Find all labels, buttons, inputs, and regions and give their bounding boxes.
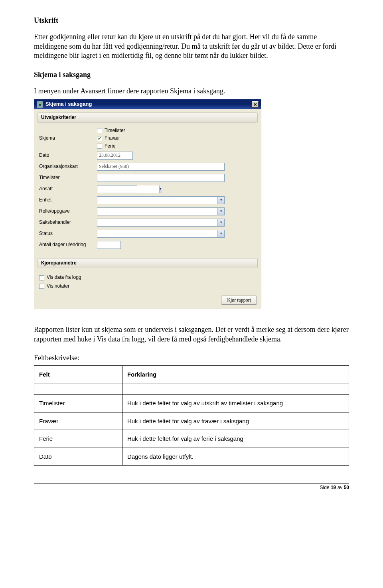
input-antall-dager[interactable] <box>97 241 121 249</box>
combo-ansatt[interactable]: ▾ <box>97 185 137 193</box>
section-kjoreparametre: Kjøreparametre <box>38 258 258 268</box>
cell-forklaring: Huk i dette feltet for valg av fravær i … <box>122 412 349 430</box>
chevron-down-icon[interactable]: ▾ <box>217 219 224 226</box>
checkbox-ferie[interactable] <box>97 144 102 149</box>
chevron-down-icon[interactable]: ▾ <box>217 208 224 215</box>
input-organisasjonskart[interactable] <box>97 163 225 171</box>
table-row: Dato Dagens dato ligger utfylt. <box>34 448 349 466</box>
para-3: Rapporten lister kun ut skjema som er un… <box>34 325 349 344</box>
footer-total-pages: 50 <box>344 485 349 490</box>
cell-forklaring: Huk i dette feltet for valg av utskrift … <box>122 395 349 412</box>
chevron-down-icon[interactable]: ▾ <box>217 197 224 204</box>
table-header-forklaring: Forklaring <box>122 365 349 383</box>
cell-felt: Dato <box>34 448 122 466</box>
input-timelister[interactable] <box>97 174 225 182</box>
table-row: Ferie Huk i dette feltet for valg av fer… <box>34 430 349 448</box>
table-row: Fravær Huk i dette feltet for valg av fr… <box>34 412 349 430</box>
checkbox-vis-data-fra-logg-label: Vis data fra logg <box>47 274 81 281</box>
close-icon[interactable]: ✕ <box>252 101 259 108</box>
table-row: Timelister Huk i dette feltet for valg a… <box>34 395 349 412</box>
section-utvalgskriterier: Utvalgskriterier <box>38 112 258 123</box>
label-status: Status <box>39 231 97 237</box>
checkbox-ferie-label: Ferie <box>105 143 115 150</box>
footer-current-page: 19 <box>331 485 336 490</box>
checkbox-fravaer[interactable]: ✔ <box>97 136 102 141</box>
dialog-skjema-i-saksgang: e Skjema i saksgang ✕ Utvalgskriterier S… <box>34 99 261 309</box>
checkbox-vis-notater[interactable] <box>39 284 44 289</box>
chevron-down-icon[interactable]: ▾ <box>217 230 224 237</box>
label-dato: Dato <box>39 152 97 159</box>
label-enhet: Enhet <box>39 197 97 203</box>
checkbox-fravaer-label: Fravær <box>105 135 120 142</box>
cell-felt: Ferie <box>34 430 122 448</box>
cell-forklaring: Huk i dette feltet for valg av ferie i s… <box>122 430 349 448</box>
footer-mid: av <box>336 485 344 490</box>
combo-saksbehandler[interactable]: ▾ <box>97 219 225 227</box>
combo-rolle-oppgave[interactable]: ▾ <box>97 207 225 215</box>
cell-forklaring: Dagens dato ligger utfylt. <box>122 448 349 466</box>
checkbox-timelister[interactable] <box>97 128 102 133</box>
combo-enhet[interactable]: ▾ <box>97 196 225 204</box>
dialog-title: Skjema i saksgang <box>45 101 92 108</box>
page-footer: Side 19 av 50 <box>34 483 349 491</box>
label-antall-dager: Antall dager u/endring <box>39 242 97 248</box>
app-icon: e <box>37 101 43 108</box>
feltbeskrivelse-table: Felt Forklaring Timelister Huk i dette f… <box>34 365 349 466</box>
cell-felt: Timelister <box>34 395 122 412</box>
label-saksbehandler: Saksbehandler <box>39 219 97 226</box>
run-report-button[interactable]: Kjør rapport <box>221 296 257 305</box>
input-dato[interactable] <box>97 152 133 160</box>
feltbeskrivelse-label: Feltbeskrivelse: <box>34 353 349 363</box>
checkbox-vis-data-fra-logg[interactable] <box>39 275 44 280</box>
cell-felt: Fravær <box>34 412 122 430</box>
heading-utskrift: Utskrift <box>34 16 349 25</box>
para-1: Etter godkjenning eller retur kan du kjø… <box>34 32 349 60</box>
heading-skjema-i-saksgang: Skjema i saksgang <box>34 70 349 79</box>
table-header-felt: Felt <box>34 365 122 383</box>
footer-prefix: Side <box>320 485 331 490</box>
combo-status[interactable]: ▾ <box>97 230 225 238</box>
label-skjema: Skjema <box>39 135 97 142</box>
label-ansatt: Ansatt <box>39 186 97 192</box>
para-2: I menyen under Avansert finner dere rapp… <box>34 87 349 96</box>
label-organisasjonskart: Organisasjonskart <box>39 164 97 170</box>
checkbox-timelister-label: Timelister <box>105 128 125 134</box>
label-timelister: Timelister <box>39 175 97 181</box>
label-rolle-oppgave: Rolle/oppgave <box>39 208 97 215</box>
checkbox-vis-notater-label: Vis notater <box>47 283 69 290</box>
dialog-titlebar: e Skjema i saksgang ✕ <box>34 99 261 109</box>
chevron-down-icon[interactable]: ▾ <box>159 185 162 193</box>
